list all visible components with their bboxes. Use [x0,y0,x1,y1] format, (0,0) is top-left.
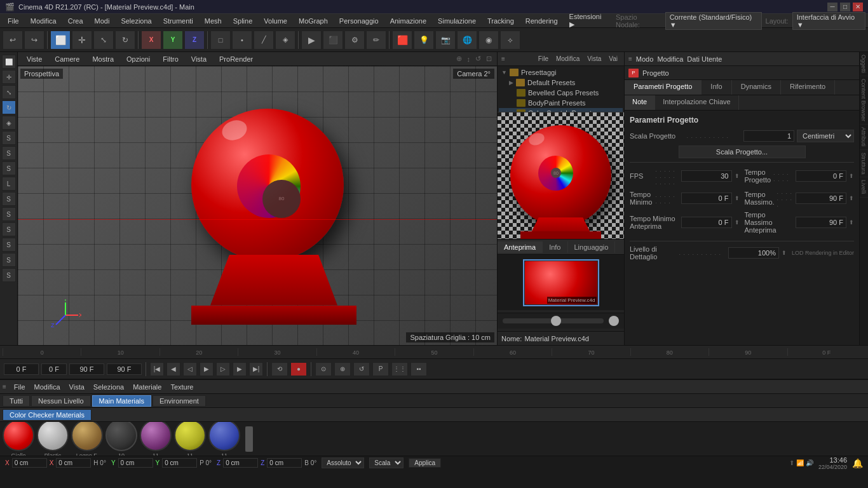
swatch-purple[interactable] [140,422,172,451]
transport-loop[interactable]: ⟲ [271,362,288,376]
lod-input[interactable] [728,247,779,259]
attr-hamburger[interactable]: ≡ [628,55,632,62]
tool-rotate[interactable]: ↻ [2,100,16,114]
transport-first-frame[interactable]: |◀ [150,362,164,376]
close-button[interactable]: ✕ [853,3,863,11]
coord-y2-input[interactable] [162,458,197,468]
tree-bodypaint[interactable]: BodyPaint Presets [499,98,623,108]
transport-end-field[interactable] [69,363,104,375]
render-edit-button[interactable]: ✏ [366,30,386,50]
transport-end2-field[interactable] [107,363,142,375]
tool-8[interactable]: S [2,161,16,175]
tool-13[interactable]: S [2,238,16,252]
fps-stepper[interactable]: ⬆ [735,173,740,179]
swatch-gray[interactable] [37,422,69,451]
vert-tab-oggetti[interactable]: Oggetti [860,52,868,76]
axis-z-button[interactable]: Z [184,30,205,50]
tempo-ant-max-stepper[interactable]: ⬆ [849,219,854,226]
tool-scale[interactable]: ⤡ [2,85,16,99]
coord-z-input[interactable] [223,458,258,468]
tree-default-presets[interactable]: ▶ Default Presets [499,78,623,88]
tool-15[interactable]: S [2,268,16,282]
material-button[interactable]: ◉ [478,30,499,50]
axis-y-button[interactable]: Y [163,30,183,50]
tempo-max-input[interactable] [796,193,846,204]
tempo-ant-max-input[interactable] [796,217,846,228]
edge-mode-button[interactable]: ╱ [254,30,274,50]
vp-menu-viste[interactable]: Viste [22,55,47,64]
attr-tab-riferimento[interactable]: Riferimento [781,80,835,95]
tempo-ant-min-input[interactable] [681,217,732,228]
transport-start-field[interactable] [4,363,39,375]
tool-11[interactable]: S [2,207,16,221]
tool-10[interactable]: S [2,192,16,206]
vp-nav-2[interactable]: ↕ [467,55,471,63]
coord-x-input[interactable] [12,458,47,468]
attr-mode-btn[interactable]: Modo [636,55,654,63]
swatch-blue[interactable] [208,422,240,451]
attr-tab-info[interactable]: Info [702,80,731,95]
transport-play[interactable]: ▶ [200,362,214,376]
attr-modifica-btn[interactable]: Modifica [657,55,683,63]
scala-unit-select[interactable]: Centimetri Millimetri Metri [797,130,854,142]
mat-filter-tutti[interactable]: Tutti [3,395,30,407]
coord-z2-input[interactable] [267,458,302,468]
menu-modi[interactable]: Modi [90,16,115,26]
transport-next-frame[interactable]: ▶ [233,362,247,376]
transport-timeline[interactable]: ▪▪ [410,362,427,376]
tool-6[interactable]: S [2,131,16,145]
menu-simulazione[interactable]: Simulazione [433,16,481,26]
axis-x-button[interactable]: X [141,30,161,50]
menu-seleziona[interactable]: Seleziona [116,16,156,26]
tab-anteprima[interactable]: Anteprima [498,241,543,253]
tree-bevelled-caps[interactable]: Bevelled Caps Presets [499,88,623,98]
menu-volume[interactable]: Volume [259,16,292,26]
transport-current-field[interactable] [41,363,67,375]
attr-tab-dynamics[interactable]: Dynamics [732,80,781,95]
coord-y-input[interactable] [118,458,153,468]
vert-tab-struttura[interactable]: Struttura [860,150,868,178]
coord-mode-select[interactable]: Assoluto Relativo [322,458,364,468]
menu-spline[interactable]: Spline [228,16,258,26]
mat-texture-btn[interactable]: Texture [166,383,197,391]
menu-animazione[interactable]: Animazione [385,16,431,26]
tool-move[interactable]: ✛ [2,70,16,84]
tool-14[interactable]: S [2,253,16,267]
preview-thumbnail-frame[interactable]: Material Preview.c4d [523,259,599,306]
menu-rendering[interactable]: Rendering [520,16,563,26]
mat-materiale-btn[interactable]: Materiale [129,383,165,391]
mat-hamburger[interactable]: ≡ [3,383,6,390]
vp-menu-prorender[interactable]: ProRender [214,55,258,64]
menu-estensioni[interactable]: Estensioni ▶ [564,11,612,30]
vp-menu-vista[interactable]: Vista [186,55,212,64]
transport-6[interactable]: P [372,362,389,376]
menu-file[interactable]: File [3,16,24,26]
render-settings-button[interactable]: ⚙ [344,30,365,50]
menu-tracking[interactable]: Tracking [482,16,519,26]
scala-progetto-button[interactable]: Scala Progetto... [679,146,806,158]
tree-presettaggi[interactable]: ▼ Presettaggi [499,67,623,78]
preview-slider-track[interactable] [503,318,604,323]
redo-button[interactable]: ↪ [24,30,44,50]
cb-btn-vista[interactable]: Vista [585,55,604,63]
render-preview-button[interactable]: ⬛ [323,30,343,50]
slider-end-thumb[interactable] [609,316,619,326]
minimize-button[interactable]: ─ [827,3,837,11]
light-button[interactable]: 💡 [414,30,434,50]
tool-select[interactable]: ⬜ [2,55,16,69]
cb-btn-modifica[interactable]: Modifica [553,55,582,63]
mat-vista-btn[interactable]: Vista [65,383,88,391]
vp-menu-filtro[interactable]: Filtro [158,55,183,64]
vp-nav-4[interactable]: ⊡ [486,55,492,63]
3d-viewport[interactable]: 80 X Y Z [18,66,497,345]
sky-button[interactable]: 🌐 [457,30,477,50]
preview-slider-thumb[interactable] [551,316,561,326]
tempo-ant-min-stepper[interactable]: ⬆ [735,219,740,226]
vp-nav-3[interactable]: ↺ [475,55,481,63]
move-tool-button[interactable]: ✛ [72,30,92,50]
cb-btn-vai[interactable]: Vai [606,55,620,63]
tempo-min-stepper[interactable]: ⬆ [735,195,740,201]
notification-icon[interactable]: 🔔 [852,458,863,468]
cb-btn-file[interactable]: File [536,55,551,63]
deformer-button[interactable]: ⟡ [500,30,520,50]
